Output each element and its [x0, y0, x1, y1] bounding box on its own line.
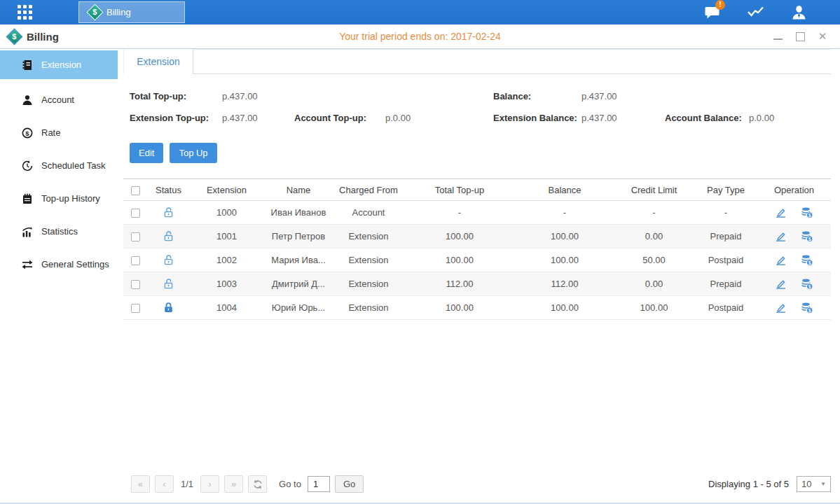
- cell-charged-from: Extension: [333, 225, 404, 248]
- cell-credit-limit: 50.00: [614, 248, 694, 272]
- cell-total-topup: -: [404, 201, 516, 225]
- displaying-text: Displaying 1 - 5 of 5: [708, 479, 789, 489]
- col-name: Name: [263, 179, 333, 201]
- cell-credit-limit: 0.00: [614, 272, 694, 296]
- col-extension: Extension: [190, 179, 263, 201]
- top-up-row-icon[interactable]: $: [801, 278, 813, 290]
- lock-open-icon[interactable]: [163, 230, 174, 242]
- prev-page-button[interactable]: ‹: [155, 475, 174, 493]
- cell-balance: -: [516, 201, 614, 225]
- window-titlebar: $ Billing Your trial period ends on: 201…: [0, 24, 840, 49]
- taskbar-tab-label: Billing: [106, 7, 131, 18]
- cell-pay-type: Prepaid: [694, 272, 757, 296]
- account-topup-value: p.0.00: [385, 113, 493, 123]
- next-page-button[interactable]: ›: [200, 475, 219, 493]
- cell-credit-limit: -: [614, 201, 694, 225]
- last-page-button[interactable]: »: [224, 475, 243, 493]
- app-body: Extension Account $ Rate Scheduled Task …: [0, 49, 840, 503]
- chevron-down-icon: ▼: [820, 481, 826, 487]
- window-title-text: Billing: [27, 31, 59, 43]
- lock-closed-icon[interactable]: [163, 302, 174, 314]
- window-title: $ Billing: [0, 31, 59, 43]
- cell-name: Юрий Юрь...: [263, 296, 333, 320]
- sidebar-item-rate[interactable]: $ Rate: [0, 116, 118, 149]
- cell-extension: 1001: [190, 225, 263, 248]
- topup-summary: Total Top-up: p.437.00 Extension Top-up:…: [130, 85, 493, 129]
- messages-button[interactable]: !: [700, 3, 724, 22]
- account-topup-label: Account Top-up:: [294, 113, 385, 123]
- cell-name: Петр Петров: [263, 225, 333, 248]
- last-page-icon: »: [231, 479, 236, 489]
- extensions-table: Status Extension Name Charged From Total…: [123, 178, 831, 320]
- row-checkbox[interactable]: [131, 280, 140, 289]
- row-checkbox[interactable]: [131, 256, 140, 265]
- sidebar-item-scheduled-task[interactable]: Scheduled Task: [0, 149, 118, 182]
- cell-balance: 112.00: [516, 272, 614, 296]
- sidebar-item-extension[interactable]: Extension: [0, 50, 118, 79]
- statistics-chart-icon: [21, 225, 33, 237]
- edit-row-icon[interactable]: [775, 230, 787, 242]
- row-checkbox[interactable]: [131, 304, 140, 313]
- edit-button[interactable]: Edit: [130, 143, 163, 163]
- sidebar-item-account[interactable]: Account: [0, 83, 118, 116]
- first-page-icon: «: [138, 479, 143, 489]
- edit-row-icon[interactable]: [775, 302, 787, 314]
- go-button[interactable]: Go: [335, 475, 364, 493]
- svg-text:$: $: [808, 260, 811, 266]
- cell-charged-from: Extension: [333, 296, 404, 320]
- sidebar-item-statistics[interactable]: Statistics: [0, 215, 118, 248]
- main-menu-button[interactable]: [0, 0, 49, 24]
- taskbar-tab-billing[interactable]: $ Billing: [78, 1, 185, 23]
- first-page-button[interactable]: «: [131, 475, 150, 493]
- notification-badge: !: [715, 0, 725, 10]
- toolbar: Edit Top Up: [130, 143, 831, 163]
- row-checkbox[interactable]: [131, 209, 140, 218]
- resource-monitor-button[interactable]: [743, 3, 767, 22]
- cell-charged-from: Extension: [333, 272, 404, 296]
- top-up-row-icon[interactable]: $: [801, 206, 813, 218]
- goto-page-input[interactable]: [308, 476, 330, 492]
- total-topup-value: p.437.00: [222, 91, 294, 102]
- select-all-checkbox[interactable]: [131, 186, 140, 195]
- svg-text:$: $: [808, 284, 811, 290]
- col-balance: Balance: [516, 179, 614, 201]
- rate-dollar-icon: $: [21, 127, 33, 139]
- minimize-button[interactable]: [773, 31, 783, 41]
- cell-total-topup: 100.00: [404, 225, 516, 248]
- svg-text:$: $: [25, 129, 29, 136]
- edit-row-icon[interactable]: [775, 278, 787, 290]
- col-operation: Operation: [757, 179, 831, 201]
- balance-summary: Balance: p.437.00 Extension Balance: p.4…: [493, 85, 831, 129]
- cell-extension: 1000: [190, 201, 263, 225]
- cell-charged-from: Account: [333, 201, 404, 225]
- sidebar-item-label: General Settings: [41, 259, 109, 270]
- pagination-bar: « ‹ 1/1 › » Go to Go Displaying 1 - 5 of…: [123, 475, 831, 503]
- top-up-row-icon[interactable]: $: [801, 254, 813, 266]
- cell-balance: 100.00: [516, 225, 614, 248]
- user-icon: [791, 6, 807, 20]
- lock-open-icon[interactable]: [163, 206, 174, 218]
- edit-row-icon[interactable]: [775, 254, 787, 266]
- tab-extension[interactable]: Extension: [123, 49, 193, 74]
- cell-total-topup: 100.00: [404, 248, 516, 272]
- lock-open-icon[interactable]: [163, 254, 174, 266]
- edit-row-icon[interactable]: [775, 206, 787, 218]
- col-charged-from: Charged From: [333, 179, 404, 201]
- sidebar-item-general-settings[interactable]: General Settings: [0, 248, 118, 281]
- lock-open-icon[interactable]: [163, 278, 174, 290]
- col-pay-type: Pay Type: [694, 179, 757, 201]
- close-button[interactable]: ✕: [818, 31, 827, 41]
- sidebar-item-topup-history[interactable]: Top-up History: [0, 182, 118, 215]
- page-size-select[interactable]: 10 ▼: [797, 476, 831, 492]
- refresh-button[interactable]: [248, 475, 267, 493]
- maximize-button[interactable]: [795, 31, 805, 41]
- scheduled-task-clock-icon: [21, 160, 33, 172]
- sidebar-item-label: Account: [41, 94, 74, 105]
- row-checkbox[interactable]: [131, 232, 140, 241]
- top-up-row-icon[interactable]: $: [801, 230, 813, 242]
- page-indicator: 1/1: [181, 479, 193, 489]
- user-menu-button[interactable]: [787, 3, 811, 22]
- top-up-row-icon[interactable]: $: [801, 302, 813, 314]
- top-up-button[interactable]: Top Up: [170, 143, 216, 163]
- sidebar: Extension Account $ Rate Scheduled Task …: [0, 49, 118, 503]
